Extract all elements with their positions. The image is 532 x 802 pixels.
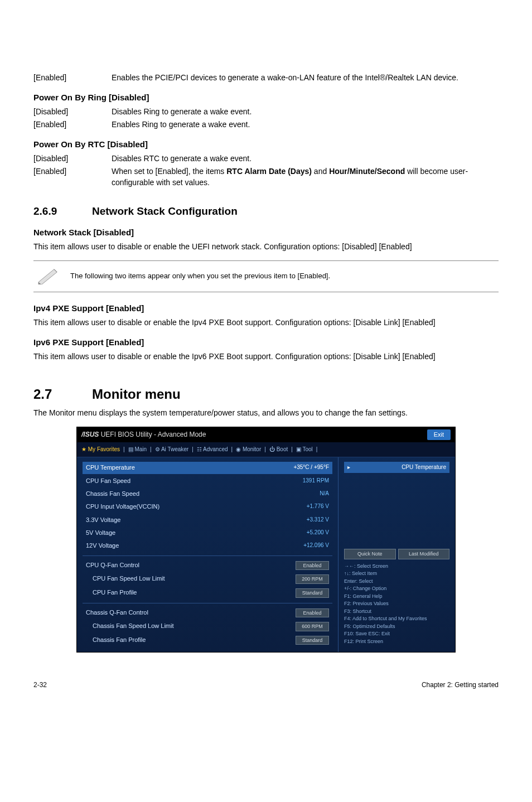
section-title: Monitor menu [92, 386, 181, 402]
section-number: 2.6.9 [33, 204, 92, 219]
label: CPU Fan Speed Low Limit [86, 574, 165, 584]
tab-tweaker[interactable]: ⚙ Ai Tweaker [155, 446, 189, 453]
heading-2-6-9: 2.6.9Network Stack Configuration [33, 204, 499, 219]
label: CPU Fan Profile [86, 588, 137, 598]
value[interactable]: 200 RPM [296, 574, 329, 584]
note-text: The following two items appear only when… [70, 271, 330, 281]
bios-right-panel: ▸ CPU Temperature Quick Note Last Modifi… [338, 457, 455, 652]
value[interactable]: Enabled [296, 561, 329, 571]
text-bold: RTC Alarm Date (Days) [226, 167, 312, 176]
text: and [312, 167, 329, 176]
section-number: 2.7 [33, 385, 92, 404]
heading-2-7: 2.7Monitor menu [33, 385, 499, 404]
bios-tabs: ★ My Favorites| ▤ Main| ⚙ Ai Tweaker| ☷ … [77, 442, 455, 457]
bios-row[interactable]: Chassis Fan SpeedN/A [83, 488, 332, 500]
bios-row[interactable]: CPU Fan Speed Low Limit200 RPM [83, 573, 332, 586]
option-label: [Enabled] [33, 166, 112, 188]
bios-row[interactable]: Chassis Q-Fan ControlEnabled [83, 607, 332, 620]
value[interactable]: 600 RPM [296, 622, 329, 631]
option-row: [Disabled] Disables Ring to generate a w… [33, 107, 499, 118]
label: CPU Fan Speed [86, 477, 130, 485]
option-desc: Disables RTC to generate a wake event. [112, 153, 499, 165]
paragraph: This item allows user to disable or enab… [33, 317, 499, 328]
tab-main[interactable]: ▤ Main [128, 446, 147, 453]
tab-advanced[interactable]: ☷ Advanced [197, 446, 228, 453]
heading-ipv4: Ipv4 PXE Support [Enabled] [33, 302, 499, 314]
value: +12.096 V [303, 542, 329, 550]
option-desc: Disables Ring to generate a wake event. [112, 107, 499, 118]
pencil-note-icon [36, 265, 60, 288]
last-modified-button[interactable]: Last Modified [398, 549, 450, 559]
help-text: →←: Select Screen ↑↓: Select Item Enter:… [344, 563, 449, 646]
text: When set to [Enabled], the items [112, 167, 226, 176]
bios-screenshot: /ISUS UEFI BIOS Utility - Advanced Mode … [76, 427, 456, 653]
heading-ipv6: Ipv6 PXE Support [Enabled] [33, 336, 499, 348]
label: CPU Q-Fan Control [86, 561, 139, 571]
value[interactable]: Enabled [296, 608, 329, 618]
page-footer: 2-32 Chapter 2: Getting started [33, 653, 499, 712]
paragraph: The Monitor menu displays the system tem… [33, 408, 499, 419]
exit-button[interactable]: Exit [427, 429, 451, 440]
paragraph: This item allows user to disable or enab… [33, 241, 499, 253]
bios-row[interactable]: Chassis Fan Speed Low Limit600 RPM [83, 620, 332, 633]
value[interactable]: Standard [296, 588, 329, 598]
option-label: [Disabled] [33, 107, 112, 118]
page-number: 2-32 [33, 680, 47, 690]
value: N/A [320, 490, 329, 498]
option-desc: Enables the PCIE/PCI devices to generate… [112, 73, 499, 84]
option-label: [Enabled] [33, 73, 112, 84]
label: Chassis Q-Fan Control [86, 608, 148, 618]
title-text: UEFI BIOS Utility - Advanced Mode [99, 431, 206, 438]
bios-row[interactable]: 5V Voltage+5.200 V [83, 527, 332, 539]
option-row: [Disabled] Disables RTC to generate a wa… [33, 153, 499, 165]
label: Chassis Fan Profile [86, 636, 146, 645]
label: 3.3V Voltage [86, 516, 120, 524]
bios-row[interactable]: 12V Voltage+12.096 V [83, 540, 332, 552]
bios-row[interactable]: CPU Q-Fan ControlEnabled [83, 559, 332, 572]
option-desc: When set to [Enabled], the items RTC Ala… [112, 166, 499, 188]
bios-row[interactable]: CPU Input Voltage(VCCIN)+1.776 V [83, 501, 332, 513]
tab-boot[interactable]: ⏻ Boot [269, 446, 288, 453]
heading-network-stack: Network Stack [Disabled] [33, 226, 499, 238]
option-label: [Enabled] [33, 119, 112, 131]
label: CPU Temperature [402, 463, 446, 471]
paragraph: This item allows user to disable or enab… [33, 351, 499, 363]
bios-row[interactable]: CPU Fan ProfileStandard [83, 587, 332, 600]
bios-row[interactable]: CPU Fan Speed1391 RPM [83, 475, 332, 487]
value: +1.776 V [307, 503, 329, 511]
heading-power-on-rtc: Power On By RTC [Disabled] [33, 138, 499, 150]
bios-row[interactable]: 3.3V Voltage+3.312 V [83, 514, 332, 526]
value: +5.200 V [307, 529, 329, 537]
label: CPU Input Voltage(VCCIN) [86, 503, 159, 511]
label: Chassis Fan Speed [86, 490, 139, 498]
label: Chassis Fan Speed Low Limit [86, 622, 174, 631]
value: +3.312 V [307, 516, 329, 524]
label: 12V Voltage [86, 542, 119, 550]
option-row: [Enabled] Enables the PCIE/PCI devices t… [33, 73, 499, 84]
option-row: [Enabled] When set to [Enabled], the ite… [33, 166, 499, 188]
label: CPU Temperature [86, 463, 135, 472]
right-header: ▸ CPU Temperature [344, 462, 449, 473]
option-row: [Enabled] Enables Ring to generate a wak… [33, 119, 499, 131]
text-bold: Hour/Minute/Second [329, 167, 405, 176]
bios-titlebar: /ISUS UEFI BIOS Utility - Advanced Mode … [77, 427, 455, 442]
tab-favorites[interactable]: ★ My Favorites [81, 446, 120, 453]
bios-left-panel: CPU Temperature+35°C / +95°F CPU Fan Spe… [77, 457, 338, 652]
bios-row[interactable]: Chassis Fan ProfileStandard [83, 634, 332, 647]
value: 1391 RPM [303, 477, 329, 485]
label: 5V Voltage [86, 529, 115, 537]
bios-row-cpu-temp[interactable]: CPU Temperature+35°C / +95°F [83, 462, 332, 474]
value[interactable]: Standard [296, 636, 329, 645]
option-desc: Enables Ring to generate a wake event. [112, 119, 499, 131]
tab-tool[interactable]: ▣ Tool [296, 446, 313, 453]
bios-title: /ISUS UEFI BIOS Utility - Advanced Mode [81, 430, 206, 439]
chapter-label: Chapter 2: Getting started [422, 680, 499, 690]
heading-power-on-ring: Power On By Ring [Disabled] [33, 91, 499, 103]
quick-note-button[interactable]: Quick Note [344, 549, 396, 559]
option-label: [Disabled] [33, 153, 112, 165]
value: +35°C / +95°F [293, 463, 329, 472]
section-title: Network Stack Configuration [92, 205, 238, 217]
tab-monitor[interactable]: ◉ Monitor [236, 446, 261, 453]
brand: /ISUS [81, 431, 99, 438]
note-box: The following two items appear only when… [33, 260, 499, 293]
